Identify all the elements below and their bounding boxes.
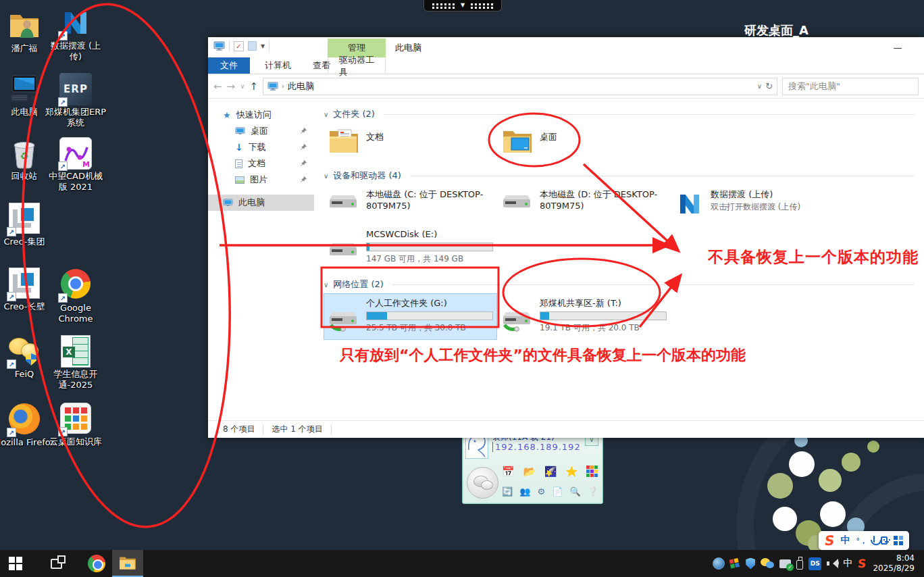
- taskbar-chrome-button[interactable]: [81, 550, 112, 577]
- shortcut-arrow-icon: ↗: [58, 161, 68, 171]
- taskbar-clock[interactable]: 8:04 2025/8/29: [871, 553, 919, 574]
- sidebar-item-label: 文档: [248, 157, 265, 170]
- tile-desktop-folder[interactable]: 桌面: [497, 123, 671, 160]
- group-header-folders[interactable]: ∨ 文件夹 (2): [324, 108, 924, 120]
- star-chat-icon[interactable]: 🌠: [544, 466, 557, 478]
- sidebar-item-this-pc[interactable]: 此电脑: [208, 195, 314, 211]
- tray-shield-icon[interactable]: [746, 558, 755, 570]
- feiq-chat-button[interactable]: [467, 467, 498, 499]
- users-icon[interactable]: 👥: [519, 486, 530, 498]
- file-explorer-window: ✓ ▼ 管理 此电脑 — ☐ 文件 计算机 查看 驱动器工具 ← → ∨ ↑: [208, 37, 924, 438]
- tray-ime-indicator[interactable]: 中: [843, 557, 852, 570]
- desktop-icon-erp[interactable]: ERP ↗ 郑煤机集团ERP系统: [45, 73, 107, 128]
- tile-drive-t[interactable]: 郑煤机共享区-新 (T:) 19.1 TB 可用，共 20.0 TB: [497, 293, 671, 340]
- recent-locations-chevron-icon[interactable]: ∨: [240, 82, 245, 90]
- tray-sogou-icon[interactable]: S: [857, 557, 867, 570]
- sidebar-item-desktop[interactable]: 桌面: [208, 123, 314, 139]
- group-header-network[interactable]: ∨ 网络位置 (2): [324, 278, 924, 291]
- refresh-icon[interactable]: ↻: [765, 81, 773, 91]
- tab-drive-tools[interactable]: 驱动器工具: [328, 57, 386, 74]
- ime-mode-chinese[interactable]: 中: [840, 534, 850, 547]
- log-document-icon[interactable]: 📄: [552, 486, 563, 498]
- refresh-icon[interactable]: 🔄: [502, 486, 513, 498]
- computer-icon[interactable]: [213, 41, 225, 51]
- group-title: 设备和驱动器 (4): [333, 170, 401, 182]
- desktop-icon-chrome[interactable]: ↗ Google Chrome: [45, 268, 107, 324]
- sogou-input-bar[interactable]: S 中 °，: [819, 531, 909, 550]
- search-input[interactable]: [783, 81, 918, 91]
- tile-drive-g[interactable]: 个人工作文件夹 (G:) 25.5 TB 可用，共 30.0 TB: [324, 293, 497, 340]
- erp-icon: ERP ↗: [59, 73, 92, 105]
- help-icon[interactable]: ❔: [588, 486, 598, 498]
- window-controls: — ☐: [882, 37, 924, 57]
- group-header-devices[interactable]: ∨ 设备和驱动器 (4): [324, 170, 924, 182]
- search-box[interactable]: [782, 78, 919, 95]
- desktop-icon-data-transfer[interactable]: ↗ 数据摆渡 (上传): [45, 7, 107, 62]
- tray-usb-icon[interactable]: [796, 560, 803, 570]
- color-grid-icon[interactable]: [586, 466, 598, 478]
- data-transfer-n-icon: ↗: [59, 7, 92, 39]
- tile-drive-c[interactable]: 本地磁盘 (C: 位于 DESKTOP-80T9M75): [324, 184, 497, 224]
- search-magnifier-icon[interactable]: 🔍: [569, 486, 580, 498]
- quick-access-toolbar: ✓ ▼: [213, 41, 270, 51]
- forward-arrow-icon[interactable]: →: [227, 80, 236, 93]
- explorer-titlebar[interactable]: ✓ ▼ 管理 此电脑 — ☐: [208, 37, 924, 57]
- folder-transfer-icon[interactable]: 📂: [523, 466, 536, 478]
- star-icon[interactable]: [565, 466, 578, 478]
- tray-speaker-icon[interactable]: [827, 559, 838, 568]
- tray-monitor-check-icon[interactable]: [779, 559, 791, 568]
- task-view-button[interactable]: [41, 550, 72, 577]
- wallpaper-bubble: [842, 453, 861, 472]
- settings-gear-icon[interactable]: ⚙: [538, 486, 546, 498]
- tab-file[interactable]: 文件: [208, 57, 250, 74]
- microphone-icon[interactable]: [873, 536, 875, 543]
- desktop-icon-student-info[interactable]: X 学生信息开通-2025: [45, 335, 107, 391]
- breadcrumb-this-pc[interactable]: 此电脑: [288, 80, 314, 93]
- sidebar-item-quick-access[interactable]: ★ 快速访问: [208, 107, 314, 123]
- tile-documents[interactable]: 文档: [324, 123, 497, 160]
- tile-drive-d[interactable]: 本地磁盘 (D: 位于 DESKTOP-80T9M75): [497, 184, 671, 224]
- desktop-icon-zwcad[interactable]: M ↗ 中望CAD机械版 2021: [45, 137, 107, 193]
- divider: [331, 425, 332, 434]
- tile-drive-e[interactable]: MCSWCDisk (E:) 147 GB 可用，共 149 GB: [324, 224, 497, 269]
- chrome-icon: ↗: [59, 269, 92, 301]
- desktop-icon-creo-group[interactable]: ↗ Creo-集团: [0, 203, 55, 247]
- start-button[interactable]: [0, 550, 31, 577]
- toolbox-grid-icon[interactable]: [894, 536, 903, 546]
- calendar-icon[interactable]: 📅: [502, 466, 515, 478]
- new-folder-icon[interactable]: [248, 41, 257, 51]
- sogou-logo-icon[interactable]: S: [823, 532, 836, 549]
- taskbar: DS 中 S 8:04 2025/8/29: [0, 550, 924, 577]
- divider: [263, 425, 263, 434]
- tile-data-transfer[interactable]: 数据摆渡 (上传) 双击打开数据摆渡 (上传): [671, 184, 844, 224]
- tray-ds-icon[interactable]: DS: [808, 557, 821, 570]
- tray-chat-icon[interactable]: [761, 558, 774, 569]
- chevron-down-icon[interactable]: ▼: [261, 43, 265, 49]
- up-arrow-icon[interactable]: ↑: [249, 80, 258, 93]
- shortcut-arrow-icon: ↗: [58, 31, 68, 41]
- taskbar-explorer-button[interactable]: [112, 550, 143, 577]
- tray-pinwheel-icon[interactable]: [729, 557, 742, 570]
- address-bar[interactable]: › 此电脑 ∨ ↻: [263, 78, 777, 95]
- desktop-icon-knowledge-base[interactable]: ↗ 云桌面知识库: [45, 403, 107, 447]
- minimize-button[interactable]: —: [882, 37, 913, 57]
- back-arrow-icon[interactable]: ←: [213, 80, 222, 93]
- address-dropdown-chevron-icon[interactable]: ∨: [757, 82, 762, 90]
- sidebar-item-documents[interactable]: 文档: [208, 155, 314, 172]
- tab-computer[interactable]: 计算机: [254, 57, 302, 74]
- wallpaper-bubble: [820, 501, 846, 527]
- tray-network-globe-icon[interactable]: [713, 557, 725, 570]
- clock-time: 8:04: [873, 553, 915, 563]
- desktop-icon-label: 云桌面知识库: [45, 436, 107, 447]
- properties-check-icon[interactable]: ✓: [234, 41, 244, 51]
- sidebar-item-downloads[interactable]: ↓ 下载: [208, 139, 314, 155]
- computer-icon: [267, 82, 278, 91]
- keyboard-icon[interactable]: [881, 536, 888, 545]
- maximize-button[interactable]: ☐: [913, 37, 924, 57]
- sidebar-item-pictures[interactable]: 图片: [208, 172, 314, 188]
- chevron-down-icon: ∨: [324, 111, 328, 118]
- remote-session-toolbar[interactable]: ▼: [424, 0, 502, 11]
- desktop-monitor-icon: [235, 127, 245, 136]
- punctuation-toggle[interactable]: °，: [856, 536, 867, 546]
- shortcut-arrow-icon: ↗: [7, 292, 16, 301]
